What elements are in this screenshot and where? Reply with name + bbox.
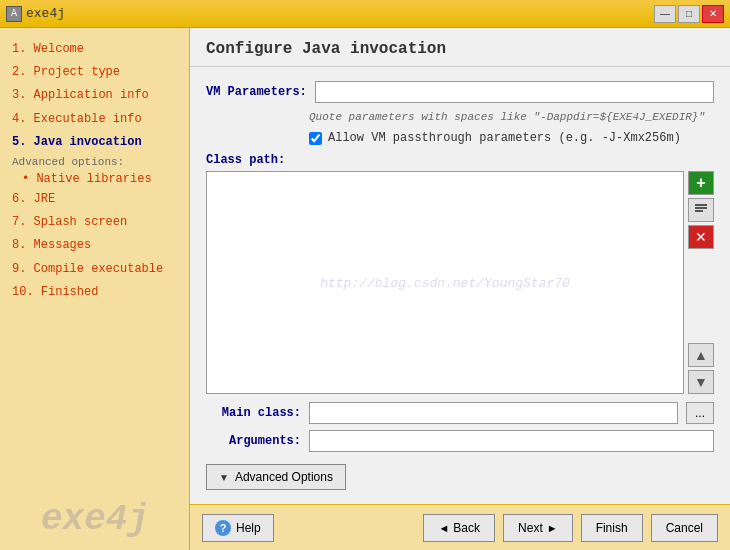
back-label: Back	[453, 521, 480, 535]
move-down-button[interactable]: ▼	[688, 370, 714, 394]
cancel-label: Cancel	[666, 521, 703, 535]
vm-params-hint: Quote parameters with spaces like "-Dapp…	[309, 111, 714, 123]
main-class-label: Main class:	[206, 406, 301, 420]
sidebar-item-executable-info[interactable]: 4. Executable info	[8, 108, 181, 131]
edit-classpath-button[interactable]	[688, 198, 714, 222]
content-header: Configure Java invocation	[190, 28, 730, 67]
sidebar-advanced-label: Advanced options:	[8, 154, 181, 170]
vm-params-label: VM Parameters:	[206, 85, 307, 99]
main-class-input[interactable]	[309, 402, 678, 424]
cancel-button[interactable]: Cancel	[651, 514, 718, 542]
sidebar: 1. Welcome 2. Project type 3. Applicatio…	[0, 28, 190, 550]
help-label: Help	[236, 521, 261, 535]
passthrough-checkbox[interactable]	[309, 132, 322, 145]
lower-form: Main class: ... Arguments:	[206, 402, 714, 452]
arguments-input[interactable]	[309, 430, 714, 452]
finish-label: Finish	[596, 521, 628, 535]
sidebar-item-native-libraries[interactable]: • Native libraries	[8, 170, 181, 188]
help-button[interactable]: ? Help	[202, 514, 274, 542]
sidebar-item-welcome[interactable]: 1. Welcome	[8, 38, 181, 61]
window-title: exe4j	[26, 6, 65, 21]
next-arrow-icon: ►	[547, 522, 558, 534]
sidebar-item-jre[interactable]: 6. JRE	[8, 188, 181, 211]
classpath-container: http://blog.csdn.net/YoungStar70 + ✕	[206, 171, 714, 394]
sidebar-item-messages[interactable]: 8. Messages	[8, 234, 181, 257]
arguments-label: Arguments:	[206, 434, 301, 448]
window-controls: — □ ✕	[654, 5, 724, 23]
main-container: 1. Welcome 2. Project type 3. Applicatio…	[0, 28, 730, 550]
title-bar-left: A exe4j	[6, 6, 65, 22]
advanced-options-container: ▼ Advanced Options	[206, 460, 714, 490]
main-class-browse-button[interactable]: ...	[686, 402, 714, 424]
vm-params-input[interactable]	[315, 81, 714, 103]
bottom-bar: ? Help ◄ Back Next ► Finish Cancel	[190, 504, 730, 550]
arguments-row: Arguments:	[206, 430, 714, 452]
classpath-section: Class path: http://blog.csdn.net/YoungSt…	[206, 153, 714, 394]
sidebar-item-application-info[interactable]: 3. Application info	[8, 84, 181, 107]
app-icon: A	[6, 6, 22, 22]
sidebar-watermark: exe4j	[0, 499, 190, 540]
main-class-row: Main class: ...	[206, 402, 714, 424]
svg-rect-1	[695, 207, 707, 209]
vm-params-row: VM Parameters:	[206, 81, 714, 103]
passthrough-checkbox-row: Allow VM passthrough parameters (e.g. -J…	[309, 131, 714, 145]
advanced-options-label: Advanced Options	[235, 470, 333, 484]
page-title: Configure Java invocation	[206, 40, 714, 58]
maximize-button[interactable]: □	[678, 5, 700, 23]
minimize-button[interactable]: —	[654, 5, 676, 23]
sidebar-item-project-type[interactable]: 2. Project type	[8, 61, 181, 84]
back-arrow-icon: ◄	[438, 522, 449, 534]
remove-classpath-button[interactable]: ✕	[688, 225, 714, 249]
svg-rect-0	[695, 204, 707, 206]
add-classpath-button[interactable]: +	[688, 171, 714, 195]
classpath-label: Class path:	[206, 153, 714, 167]
content-body: VM Parameters: Quote parameters with spa…	[190, 67, 730, 504]
sidebar-item-java-invocation[interactable]: 5. Java invocation	[8, 131, 181, 154]
classpath-buttons: + ✕ ▲ ▼	[688, 171, 714, 394]
help-icon: ?	[215, 520, 231, 536]
svg-rect-2	[695, 210, 703, 212]
close-button[interactable]: ✕	[702, 5, 724, 23]
sidebar-item-compile-executable[interactable]: 9. Compile executable	[8, 258, 181, 281]
move-up-button[interactable]: ▲	[688, 343, 714, 367]
classpath-watermark: http://blog.csdn.net/YoungStar70	[320, 275, 570, 290]
advanced-options-button[interactable]: ▼ Advanced Options	[206, 464, 346, 490]
back-button[interactable]: ◄ Back	[423, 514, 495, 542]
passthrough-label: Allow VM passthrough parameters (e.g. -J…	[328, 131, 681, 145]
finish-button[interactable]: Finish	[581, 514, 643, 542]
advanced-arrow-icon: ▼	[219, 472, 229, 483]
sidebar-item-splash-screen[interactable]: 7. Splash screen	[8, 211, 181, 234]
content-area: Configure Java invocation VM Parameters:…	[190, 28, 730, 550]
title-bar: A exe4j — □ ✕	[0, 0, 730, 28]
classpath-list[interactable]: http://blog.csdn.net/YoungStar70	[206, 171, 684, 394]
sidebar-item-finished[interactable]: 10. Finished	[8, 281, 181, 304]
next-button[interactable]: Next ►	[503, 514, 573, 542]
next-label: Next	[518, 521, 543, 535]
